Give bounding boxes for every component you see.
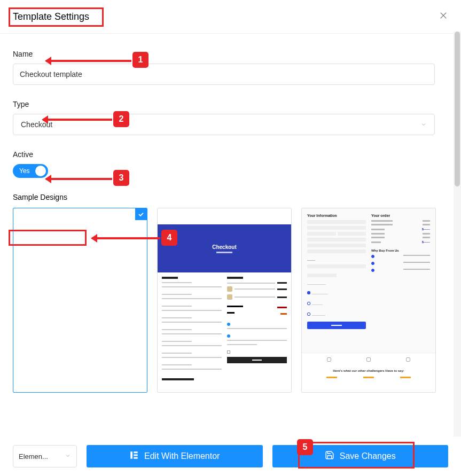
active-toggle-label: Yes — [19, 167, 30, 175]
save-button-label: Save Changes — [340, 451, 396, 461]
check-icon — [135, 208, 147, 220]
design-card-2[interactable]: Checkout — [157, 208, 292, 393]
scrollbar-thumb[interactable] — [455, 32, 460, 186]
card3-right-heading: Your order — [371, 214, 430, 217]
svg-rect-2 — [130, 451, 132, 459]
design-grid: Checkout — [13, 208, 435, 393]
card3-testimonials: Here's what our other challengers Have t… — [302, 366, 435, 381]
card2-hero: Checkout — [158, 224, 291, 272]
card2-hero-sub — [216, 252, 232, 253]
card2-hero-title: Checkout — [212, 244, 237, 250]
save-icon — [325, 450, 334, 462]
card3-icon-row — [302, 353, 435, 366]
card3-left-heading: Your Information — [307, 214, 366, 217]
chevron-down-icon — [420, 121, 427, 128]
type-select-value: Checkout — [21, 120, 52, 129]
chevron-down-icon — [65, 452, 71, 461]
save-changes-button[interactable]: Save Changes — [272, 445, 449, 467]
edit-button-label: Edit With Elementor — [144, 451, 220, 461]
type-field-group: Type Checkout — [13, 100, 435, 135]
vertical-scrollbar[interactable] — [454, 32, 461, 436]
design-card-1[interactable] — [13, 208, 147, 393]
close-icon[interactable] — [439, 10, 448, 24]
toggle-knob — [35, 166, 46, 176]
sample-designs-heading: Sample Designs — [13, 193, 435, 201]
active-label: Active — [13, 150, 435, 159]
template-settings-modal: Template Settings Name Type Checkout Act… — [0, 0, 461, 476]
name-field-group: Name — [13, 50, 435, 85]
type-select[interactable]: Checkout — [13, 114, 435, 135]
design-card-3[interactable]: Your Information ——— ——————— — [301, 208, 436, 393]
edit-with-elementor-button[interactable]: Edit With Elementor — [87, 445, 263, 467]
svg-rect-4 — [134, 455, 138, 456]
active-toggle[interactable]: Yes — [13, 164, 48, 178]
modal-body[interactable]: Name Type Checkout Active Yes Sample Des… — [0, 34, 461, 436]
builder-select[interactable]: Elemen... — [13, 445, 77, 467]
card3-body: Your Information ——— ——————— — [302, 208, 435, 353]
modal-title: Template Settings — [13, 11, 89, 22]
name-input[interactable] — [13, 64, 435, 85]
builder-select-value: Elemen... — [19, 452, 48, 461]
active-field-group: Active Yes — [13, 150, 435, 178]
modal-footer: Elemen... Edit With Elementor Save Chang… — [0, 436, 461, 476]
modal-header: Template Settings — [0, 0, 461, 34]
svg-rect-3 — [134, 451, 138, 453]
card2-body — [158, 272, 291, 388]
svg-rect-5 — [134, 457, 138, 459]
sample-designs-section: Sample Designs Checkout — [13, 193, 435, 393]
elementor-icon — [129, 450, 139, 462]
name-label: Name — [13, 50, 435, 58]
type-label: Type — [13, 100, 435, 108]
